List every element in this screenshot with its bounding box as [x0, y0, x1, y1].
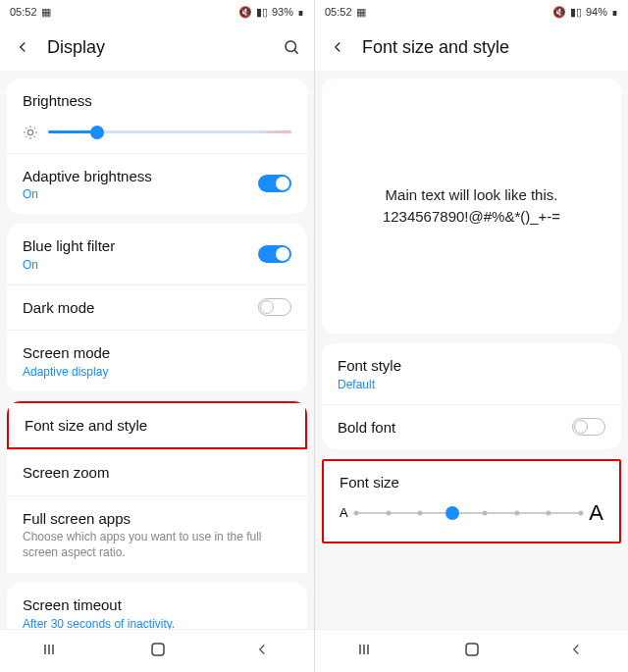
status-bar: 05:52 ▦ 🔇 ▮▯ 94% ∎ — [315, 0, 628, 24]
battery-text: 94% — [586, 6, 607, 18]
brightness-thumb[interactable] — [90, 126, 104, 139]
screen-mode-label: Screen mode — [23, 343, 291, 363]
screen-timeout-label: Screen timeout — [23, 595, 291, 615]
display-settings-screen: 05:52 ▦ 🔇 ▮▯ 93% ∎ Display Brightness — [0, 0, 314, 672]
back-button[interactable] — [567, 641, 585, 662]
svg-line-9 — [26, 136, 26, 137]
blue-light-toggle[interactable] — [258, 245, 291, 263]
blue-light-label: Blue light filter — [23, 236, 291, 256]
svg-line-1 — [294, 50, 298, 54]
svg-point-0 — [286, 41, 296, 52]
preview-line-2: 1234567890!@#%&*()_+-= — [383, 206, 560, 229]
font-settings-screen: 05:52 ▦ 🔇 ▮▯ 94% ∎ Font size and style M… — [314, 0, 628, 672]
screen-mode-status: Adaptive display — [23, 365, 291, 379]
brightness-label: Brightness — [23, 91, 291, 111]
screen-timeout-status: After 30 seconds of inactivity. — [23, 617, 291, 629]
sun-icon — [23, 125, 38, 140]
back-icon[interactable] — [329, 38, 346, 56]
adaptive-brightness-label: Adaptive brightness — [23, 167, 291, 186]
screen-zoom-label: Screen zoom — [23, 463, 291, 483]
header: Display — [0, 24, 314, 71]
full-screen-apps-label: Full screen apps — [23, 509, 291, 529]
status-time: 05:52 — [325, 6, 352, 18]
home-button[interactable] — [463, 641, 481, 662]
screen-timeout-row[interactable]: Screen timeout After 30 seconds of inact… — [7, 583, 307, 629]
mute-icon: 🔇 — [552, 6, 566, 19]
adaptive-brightness-toggle[interactable] — [258, 175, 291, 192]
full-screen-apps-row[interactable]: Full screen apps Choose which apps you w… — [7, 495, 307, 574]
screenshot-icon: ▦ — [356, 6, 366, 19]
screen-mode-row[interactable]: Screen mode Adaptive display — [7, 330, 307, 391]
font-size-label: Font size — [340, 473, 603, 492]
blue-light-row[interactable]: Blue light filter On — [7, 224, 307, 284]
bold-font-row[interactable]: Bold font — [322, 404, 621, 450]
mute-icon: 🔇 — [238, 6, 252, 19]
svg-line-8 — [34, 136, 35, 137]
full-screen-apps-desc: Choose which apps you want to use in the… — [23, 530, 291, 560]
font-settings-content: Main text will look like this. 123456789… — [315, 71, 628, 629]
brightness-slider[interactable] — [23, 125, 291, 140]
font-size-card: Font size A A — [322, 459, 621, 543]
screen-zoom-row[interactable]: Screen zoom — [7, 449, 307, 495]
preview-line-1: Main text will look like this. — [386, 184, 558, 207]
svg-rect-14 — [152, 644, 164, 655]
svg-line-7 — [26, 128, 26, 129]
dark-mode-toggle[interactable] — [258, 298, 291, 316]
page-title: Font size and style — [362, 37, 614, 58]
battery-icon: ∎ — [611, 6, 618, 19]
battery-text: 93% — [272, 6, 293, 18]
signal-icon: ▮▯ — [256, 6, 268, 19]
search-icon[interactable] — [283, 38, 300, 56]
navigation-bar — [315, 629, 628, 672]
signal-icon: ▮▯ — [570, 6, 582, 19]
font-style-status: Default — [338, 378, 605, 391]
bold-font-label: Bold font — [338, 418, 605, 438]
home-button[interactable] — [149, 641, 167, 662]
blue-light-status: On — [23, 258, 291, 272]
svg-line-10 — [34, 128, 35, 129]
brightness-row[interactable]: Brightness — [7, 78, 307, 153]
font-size-style-row[interactable]: Font size and style — [7, 401, 307, 450]
small-a-icon: A — [340, 505, 348, 520]
recent-apps-button[interactable] — [43, 643, 63, 660]
svg-point-2 — [27, 129, 32, 134]
header: Font size and style — [315, 24, 628, 71]
font-style-label: Font style — [338, 356, 605, 376]
bold-font-toggle[interactable] — [572, 418, 605, 436]
back-icon[interactable] — [14, 38, 31, 56]
screenshot-icon: ▦ — [41, 6, 51, 19]
font-style-row[interactable]: Font style Default — [322, 343, 621, 404]
navigation-bar — [0, 629, 314, 672]
settings-list: Brightness Adaptive brightness On Blue l — [0, 71, 314, 629]
dark-mode-label: Dark mode — [23, 298, 291, 318]
font-size-style-label: Font size and style — [25, 416, 289, 436]
back-button[interactable] — [253, 641, 271, 662]
battery-icon: ∎ — [297, 6, 304, 19]
font-size-thumb[interactable] — [445, 506, 459, 520]
page-title: Display — [47, 37, 267, 58]
font-size-track[interactable] — [356, 512, 582, 514]
brightness-track[interactable] — [48, 130, 291, 133]
status-bar: 05:52 ▦ 🔇 ▮▯ 93% ∎ — [0, 0, 314, 24]
svg-rect-18 — [466, 644, 478, 655]
large-a-icon: A — [589, 500, 603, 526]
adaptive-brightness-row[interactable]: Adaptive brightness On — [7, 153, 307, 215]
dark-mode-row[interactable]: Dark mode — [7, 284, 307, 331]
adaptive-brightness-status: On — [23, 187, 291, 201]
font-preview: Main text will look like this. 123456789… — [322, 78, 621, 334]
status-time: 05:52 — [10, 6, 37, 18]
recent-apps-button[interactable] — [358, 643, 378, 660]
font-size-slider[interactable]: A A — [340, 500, 603, 526]
